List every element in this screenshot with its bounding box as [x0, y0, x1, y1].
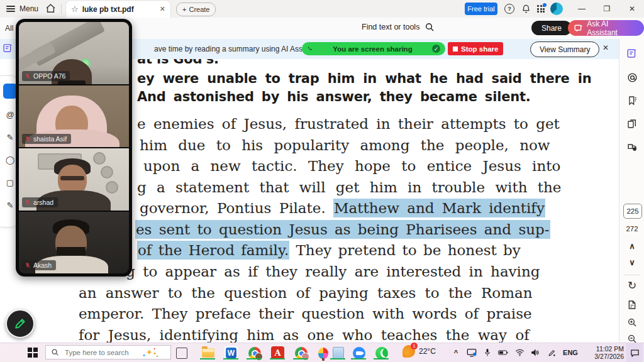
comment-tool-icon[interactable]: @: [4, 109, 16, 120]
home-button[interactable]: [45, 3, 58, 14]
whatsapp-green-app-icon[interactable]: [375, 346, 388, 359]
pen-tray-icon[interactable]: [546, 343, 557, 362]
minimize-button[interactable]: —: [572, 0, 591, 18]
previous-page-button[interactable]: ∧: [619, 241, 644, 251]
acrobat-window: Menu ☆ luke pb txt.pdf ✕ + Create Free t…: [0, 0, 644, 362]
hot-air-balloon-icon[interactable]: [316, 346, 330, 359]
acrobat-icon[interactable]: A: [271, 346, 284, 359]
free-trial-button[interactable]: Free trial: [465, 3, 497, 15]
start-button[interactable]: [28, 348, 38, 358]
view-summary-button[interactable]: View Summary: [530, 41, 599, 57]
ask-ai-assistant-button[interactable]: Ask AI Assistant: [568, 20, 644, 36]
participant-tile[interactable]: arshad: [19, 148, 129, 211]
bookmarks-panel-button[interactable]: [625, 94, 639, 107]
ai-assistant-icon[interactable]: [3, 43, 13, 56]
annotate-button[interactable]: [6, 309, 35, 338]
left-tools-panel: @ ✎ ◯ ▢ ✎: [0, 75, 18, 228]
pdf-text-line: es sent to question Jesus as being Phari…: [135, 221, 550, 238]
selected-tool-icon[interactable]: [3, 84, 17, 99]
chrome-profile1-icon[interactable]: [248, 346, 261, 359]
video-call-overlay[interactable]: OPPO A76 shaista Asif arshad: [16, 19, 132, 277]
star-icon[interactable]: ☆: [71, 4, 79, 14]
screen-sharing-indicator: You are screen sharing ✓: [302, 42, 445, 55]
notepad-icon[interactable]: [331, 346, 345, 359]
divider: [61, 4, 62, 14]
bell-icon: [521, 4, 531, 14]
draw-tool-icon[interactable]: ✎: [4, 199, 16, 211]
pdf-text-line: of the Herod family. They pretend to be …: [137, 242, 521, 258]
all-tools-label[interactable]: All: [5, 24, 13, 33]
hamburger-icon: [6, 4, 15, 13]
user-avatar[interactable]: [550, 3, 563, 15]
file-explorer-icon[interactable]: [201, 346, 214, 359]
menu-label: Menu: [19, 4, 38, 13]
ai-assistant-panel-button[interactable]: [625, 47, 639, 60]
find-text-control[interactable]: Find text or tools: [362, 22, 435, 32]
pdf-text-line: seeking to appear as if they really are …: [79, 263, 540, 280]
participant-tile[interactable]: shaista Asif: [19, 85, 129, 148]
action-center-button[interactable]: [626, 343, 643, 362]
stop-square-icon: [453, 47, 458, 52]
notification-close-icon[interactable]: ✕: [602, 43, 609, 52]
task-view-button[interactable]: [176, 348, 187, 359]
volume-tray-icon[interactable]: [529, 343, 541, 362]
comments-panel-button[interactable]: [625, 70, 639, 84]
home-icon: [45, 3, 56, 14]
mic-muted-icon: [25, 72, 31, 80]
document-tab[interactable]: ☆ luke pb txt.pdf ✕: [65, 0, 171, 18]
tab-close-icon[interactable]: ✕: [160, 5, 165, 13]
search-icon: [51, 348, 59, 356]
stop-share-button[interactable]: Stop share: [448, 42, 503, 55]
find-label: Find text or tools: [362, 23, 419, 31]
tray-expand-button[interactable]: ^: [450, 343, 462, 362]
pdf-text-line: emperor. They preface their question wit…: [79, 305, 532, 322]
help-button[interactable]: ?: [503, 3, 516, 15]
participant-name-badge: OPPO A76: [22, 71, 70, 81]
shield-check-icon: ✓: [432, 45, 440, 53]
language-indicator[interactable]: ENG: [561, 343, 580, 362]
page-thumbnails-button[interactable]: [625, 117, 639, 131]
wifi-tray-icon[interactable]: [513, 343, 526, 362]
rotate-page-button[interactable]: ↻: [619, 279, 644, 292]
pdf-bold-line: And astonished by his answer, they becam…: [137, 89, 531, 104]
notifications-button[interactable]: [519, 3, 532, 15]
maximize-button[interactable]: ❐: [597, 0, 616, 18]
current-page-input[interactable]: 225: [623, 204, 642, 219]
stamp-tool-icon[interactable]: ◯: [4, 154, 16, 165]
weather-badge: 1: [411, 343, 418, 349]
participant-tile[interactable]: OPPO A76: [19, 22, 129, 84]
taskbar-search[interactable]: ✦✦•✦•: [45, 345, 171, 359]
pdf-text-line: g a statement that will get him in troub…: [137, 179, 561, 195]
actual-size-button[interactable]: [625, 298, 639, 312]
screenshare-tray-icon[interactable]: [465, 343, 478, 362]
menu-button[interactable]: Menu: [6, 0, 38, 18]
time-label: 11:02 PM: [584, 345, 624, 353]
participant-name-badge: shaista Asif: [22, 134, 71, 144]
microphone-tray-icon[interactable]: [482, 343, 493, 362]
weather-widget[interactable]: 1 22°C: [402, 345, 436, 358]
highlighted-text: es sent to question Jesus as being Phari…: [135, 220, 550, 239]
pdf-text-line: for Jesus, identifying him as one who te…: [79, 327, 530, 343]
edit-tool-icon[interactable]: ▢: [4, 177, 16, 188]
battery-tray-icon[interactable]: [497, 343, 509, 362]
chrome-profile2-icon[interactable]: [294, 346, 308, 359]
participant-tile[interactable]: Akash: [19, 212, 129, 274]
notification-bubble-icon: [630, 349, 640, 357]
search-input[interactable]: [64, 348, 142, 357]
clock[interactable]: 11:02 PM 3/27/2026: [584, 345, 624, 360]
temperature-label: 22°C: [419, 347, 436, 356]
zoom-in-button[interactable]: [625, 315, 639, 329]
ai-chat-icon: [574, 24, 583, 33]
create-button[interactable]: + Create: [176, 3, 216, 16]
sign-tool-icon[interactable]: ✎: [4, 131, 16, 143]
protect-tool-button[interactable]: [625, 140, 639, 153]
apps-grid-button[interactable]: [535, 3, 547, 15]
divider: [625, 275, 640, 275]
zoom-app-icon[interactable]: [352, 346, 365, 359]
next-page-button[interactable]: ∨: [619, 258, 644, 267]
share-button[interactable]: Share: [531, 21, 572, 35]
sharing-status-label: You are screen sharing: [333, 45, 412, 53]
close-button[interactable]: ✕: [623, 0, 641, 18]
apps-grid-icon: [537, 5, 545, 13]
word-icon[interactable]: W: [225, 346, 238, 359]
